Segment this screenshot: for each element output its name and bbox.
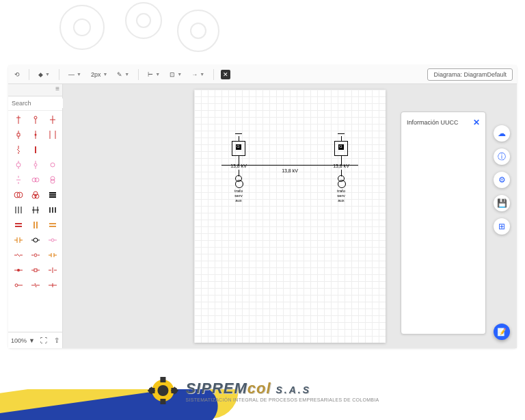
info-panel: Información UUCC ✕: [401, 111, 486, 334]
background-gears: [41, 0, 246, 62]
svg-point-14: [51, 179, 55, 183]
shape-item[interactable]: [27, 263, 43, 277]
settings-fab-button[interactable]: ⚙: [494, 172, 510, 188]
single-line-diagram: 13,8 kV 13,8 kV trafoservaux 13,8 kV tra…: [221, 141, 358, 166]
paint-bucket-icon: ◆: [38, 71, 43, 78]
note-icon: 📝: [497, 328, 507, 337]
clear-formatting-button[interactable]: ✕: [221, 70, 230, 79]
diagram-name-badge[interactable]: Diagrama: DiagramDefault: [427, 68, 513, 81]
svg-point-1: [74, 19, 90, 36]
svg-point-2: [126, 3, 161, 38]
shape-item[interactable]: [27, 113, 43, 127]
shape-item[interactable]: [10, 263, 26, 277]
shape-item[interactable]: [10, 278, 26, 292]
line-style-dropdown[interactable]: — ▼: [66, 70, 83, 79]
svg-point-4: [178, 10, 219, 51]
save-icon: 💾: [497, 198, 507, 208]
svg-rect-24: [34, 269, 37, 272]
canvas-area[interactable]: 13,8 kV 13,8 kV trafoservaux 13,8 kV tra…: [63, 84, 517, 348]
diagram-editor-app: ⟲ ◆▼ — ▼ 2px▼ ✎▼ ⊢ ▼ ⊡ ▼ → ▼ ✕ Diagrama:…: [8, 65, 517, 348]
shape-item[interactable]: [10, 173, 26, 187]
fullscreen-button[interactable]: ⛶: [39, 336, 49, 345]
line-color-dropdown[interactable]: ✎▼: [115, 70, 131, 79]
svg-point-6: [34, 116, 37, 119]
shape-item[interactable]: [44, 188, 60, 202]
shape-item[interactable]: [27, 233, 43, 247]
workspace: 🔍: [8, 84, 517, 348]
svg-point-3: [137, 14, 150, 27]
svg-point-12: [35, 178, 39, 182]
shape-item[interactable]: [44, 113, 60, 127]
shape-item[interactable]: [10, 218, 26, 232]
action-buttons-column: ☁ ⓘ ⚙ 💾 ⊞: [494, 125, 510, 235]
brand-tagline: SISTEMATIZACIÓN INTEGRAL DE PROCESOS EMP…: [185, 397, 379, 402]
shape-item[interactable]: [10, 248, 26, 262]
stroke-width-dropdown[interactable]: 2px▼: [89, 70, 109, 79]
svg-point-5: [191, 23, 206, 38]
close-icon: ✕: [223, 71, 228, 78]
generator-node-left[interactable]: [228, 141, 249, 165]
shape-item[interactable]: [10, 203, 26, 217]
shape-item[interactable]: [27, 143, 43, 157]
shape-item[interactable]: [27, 248, 43, 262]
shape-item[interactable]: [44, 233, 60, 247]
shape-item[interactable]: [10, 113, 26, 127]
undo-button[interactable]: ⟲: [12, 70, 22, 79]
zoom-dropdown[interactable]: 100% ▼: [11, 337, 35, 344]
shape-item[interactable]: [10, 158, 26, 172]
export-button[interactable]: ⇪: [53, 336, 61, 345]
shape-item[interactable]: [44, 248, 60, 262]
shape-item[interactable]: [10, 233, 26, 247]
shape-item[interactable]: [44, 203, 60, 217]
connection-dropdown[interactable]: ⊢ ▼: [146, 70, 162, 79]
cloud-icon: ☁: [498, 129, 506, 138]
svg-point-23: [17, 269, 20, 272]
shape-item[interactable]: [44, 278, 60, 292]
info-icon: ⓘ: [498, 151, 506, 163]
shape-item[interactable]: [44, 218, 60, 232]
waypoint-dropdown[interactable]: ⊡ ▼: [167, 70, 184, 79]
save-button[interactable]: 💾: [494, 195, 510, 211]
notes-button[interactable]: 📝: [494, 324, 510, 340]
brand-name: SIPREMcol S.A.S: [185, 380, 379, 397]
transformer-left[interactable]: 13,8 kV trafoservaux: [228, 172, 249, 203]
svg-point-20: [33, 238, 38, 242]
transformer-label: trafoservaux: [331, 189, 351, 203]
arrow-dropdown[interactable]: → ▼: [189, 70, 206, 79]
shape-search-row: 🔍: [8, 96, 62, 111]
shape-item[interactable]: [10, 188, 26, 202]
shape-item[interactable]: [27, 173, 43, 187]
layers-button[interactable]: ⊞: [494, 218, 510, 235]
shape-item[interactable]: [44, 158, 60, 172]
transformer-right[interactable]: 13,8 kV trafoservaux: [331, 172, 351, 203]
shape-item[interactable]: [44, 128, 60, 142]
shape-item[interactable]: [27, 158, 43, 172]
shape-item[interactable]: [27, 218, 43, 232]
fill-color-dropdown[interactable]: ◆▼: [36, 70, 52, 79]
cloud-upload-button[interactable]: ☁: [494, 125, 510, 142]
shape-item[interactable]: [44, 143, 60, 157]
svg-point-22: [34, 254, 37, 257]
close-panel-button[interactable]: ✕: [473, 118, 480, 127]
shape-item[interactable]: [27, 203, 43, 217]
shape-item[interactable]: [44, 173, 60, 187]
generator-node-right[interactable]: [331, 141, 351, 165]
info-button[interactable]: ⓘ: [494, 148, 510, 165]
shape-item[interactable]: [44, 263, 60, 277]
svg-point-25: [15, 284, 18, 287]
brand-logo-icon: [146, 373, 180, 408]
svg-point-10: [51, 163, 55, 167]
layers-icon: ⊞: [498, 222, 505, 231]
shape-item[interactable]: [27, 278, 43, 292]
shape-item[interactable]: [10, 143, 26, 157]
chevron-down-icon: ▼: [29, 337, 35, 344]
shape-item[interactable]: [27, 188, 43, 202]
busbar[interactable]: 13,8 kV 13,8 kV trafoservaux 13,8 kV tra…: [221, 165, 358, 166]
svg-rect-28: [160, 399, 165, 404]
shape-item[interactable]: [27, 128, 43, 142]
info-panel-title: Información UUCC: [407, 119, 459, 126]
svg-point-8: [16, 163, 21, 167]
sidebar-handle[interactable]: [8, 84, 62, 96]
canvas-page[interactable]: 13,8 kV 13,8 kV trafoservaux 13,8 kV tra…: [194, 90, 386, 343]
shape-item[interactable]: [10, 128, 26, 142]
